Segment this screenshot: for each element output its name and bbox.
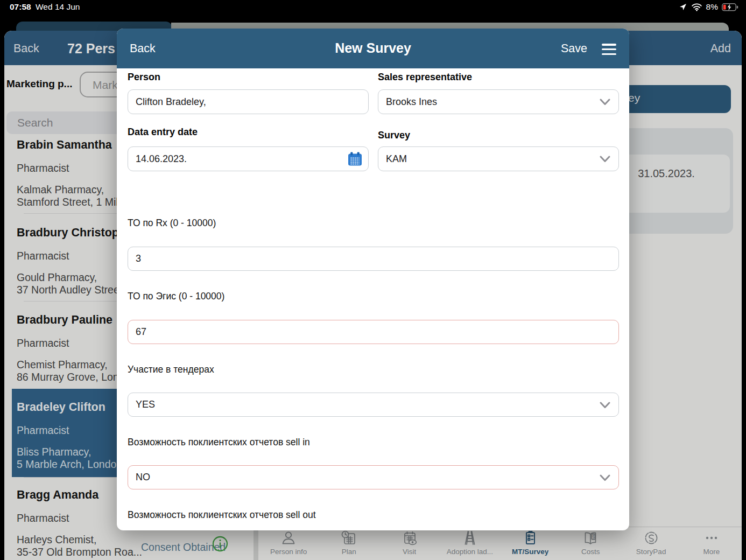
tab-plan[interactable]: Plan bbox=[319, 527, 379, 560]
sales-rep-field-label: Sales representative bbox=[378, 72, 472, 83]
modal-title: New Survey bbox=[117, 40, 629, 56]
person-role: Pharmacist bbox=[17, 512, 69, 524]
background-add-button[interactable]: Add bbox=[710, 42, 731, 55]
tenders-label: Участие в тендерах bbox=[128, 364, 214, 375]
person-role: Pharmacist bbox=[17, 162, 69, 174]
person-org: Kalmak Pharmacy,Stamford Street, 1 Mil bbox=[17, 184, 118, 208]
person-role: Pharmacist bbox=[17, 337, 69, 349]
calendar-eye-icon bbox=[401, 529, 418, 547]
svg-text:$: $ bbox=[592, 534, 595, 540]
battery-percent: 8% bbox=[706, 2, 718, 12]
calendar-clock-icon bbox=[340, 529, 357, 547]
info-icon[interactable] bbox=[212, 535, 229, 552]
person-org: Gould Pharmacy,37 North Audley Stree bbox=[17, 271, 119, 296]
tab-label: Person info bbox=[270, 548, 307, 556]
screen: Back 72 Pers Add Marketing p... Marke Br… bbox=[0, 0, 746, 560]
new-survey-background-button-label: ey bbox=[628, 92, 640, 104]
hamburger-icon[interactable] bbox=[602, 44, 616, 55]
tab-costs[interactable]: $ Costs bbox=[560, 527, 621, 560]
tab-mt-survey[interactable]: MT/Survey bbox=[500, 527, 560, 560]
person-role: Pharmacist bbox=[17, 250, 69, 262]
tab-storypad[interactable]: StoryPad bbox=[621, 527, 681, 560]
survey-clipboard-icon bbox=[522, 529, 539, 547]
status-time: 07:58 bbox=[10, 2, 31, 12]
tab-bar: Person info Plan Visit bbox=[258, 527, 742, 560]
modal-save-button[interactable]: Save bbox=[561, 42, 587, 55]
chevron-down-icon bbox=[598, 398, 612, 412]
new-survey-modal: Back New Survey Save Person Sales repres… bbox=[117, 29, 629, 530]
tab-person-info[interactable]: Person info bbox=[258, 527, 319, 560]
person-icon bbox=[280, 529, 297, 547]
tab-visit[interactable]: Visit bbox=[379, 527, 440, 560]
sales-rep-dropdown[interactable]: Brooks Ines bbox=[378, 89, 619, 114]
survey-dropdown[interactable]: KAM bbox=[378, 146, 619, 171]
modal-header: Back New Survey Save bbox=[117, 29, 629, 68]
date-field-label: Data entry date bbox=[128, 127, 198, 138]
calendar-icon[interactable] bbox=[348, 152, 362, 166]
tenders-value: YES bbox=[136, 399, 155, 410]
survey-value: KAM bbox=[386, 153, 407, 165]
person-org: Chemist Pharmacy,86 Murray Grove, Lon bbox=[17, 359, 119, 383]
tab-label: Visit bbox=[403, 548, 416, 556]
tenders-dropdown[interactable]: YES bbox=[128, 393, 619, 417]
tab-label: Adoption lad... bbox=[447, 548, 493, 556]
wifi-icon bbox=[691, 3, 702, 11]
background-page-title: 72 Pers bbox=[67, 41, 115, 57]
location-icon bbox=[679, 3, 687, 11]
chevron-down-icon bbox=[598, 152, 612, 166]
consent-row: Consent Obtained bbox=[141, 528, 254, 560]
to-rx-label: ТО по Rx (0 - 10000) bbox=[128, 218, 216, 229]
survey-history-date: 31.05.2023. bbox=[638, 167, 695, 179]
sell-out-label: Возможность поклиентских отчетов sell ou… bbox=[128, 509, 316, 521]
sell-in-value: NO bbox=[136, 472, 150, 483]
sell-in-dropdown[interactable]: NO bbox=[128, 465, 619, 489]
tab-label: Costs bbox=[581, 548, 600, 556]
filter-label: Marketing p... bbox=[6, 78, 72, 90]
person-field-label: Person bbox=[128, 72, 160, 83]
person-org: Bliss Pharmacy,5 Marble Arch, Londo bbox=[17, 446, 116, 471]
date-value: 14.06.2023. bbox=[136, 153, 187, 165]
status-bar: 07:58 Wed 14 Jun 8% bbox=[0, 0, 746, 15]
person-input[interactable] bbox=[128, 89, 369, 114]
tab-adoption-ladder[interactable]: Adoption lad... bbox=[440, 527, 500, 560]
sell-in-label: Возможность поклиентских отчетов sell in bbox=[128, 437, 310, 448]
to-egis-input[interactable] bbox=[128, 320, 619, 344]
more-dots-icon bbox=[703, 529, 720, 547]
storypad-icon bbox=[643, 529, 660, 547]
sales-rep-value: Brooks Ines bbox=[386, 96, 437, 108]
ladder-icon bbox=[461, 529, 478, 547]
person-role: Pharmacist bbox=[17, 424, 69, 437]
tab-label: StoryPad bbox=[636, 548, 666, 556]
survey-field-label: Survey bbox=[378, 130, 410, 141]
date-input[interactable]: 14.06.2023. bbox=[128, 146, 369, 171]
costs-book-icon: $ bbox=[582, 529, 599, 547]
tab-label: More bbox=[703, 548, 720, 556]
person-org: Harleys Chemist,35-37 Old Brompton Roa..… bbox=[17, 534, 142, 558]
chevron-down-icon bbox=[598, 95, 612, 109]
to-rx-input[interactable] bbox=[128, 247, 619, 271]
to-egis-label: ТО по Эгис (0 - 10000) bbox=[128, 291, 224, 302]
battery-charging-icon bbox=[722, 3, 738, 11]
status-date: Wed 14 Jun bbox=[36, 2, 80, 12]
background-back-button[interactable]: Back bbox=[13, 42, 39, 55]
chevron-down-icon bbox=[598, 471, 612, 485]
tab-label: MT/Survey bbox=[512, 548, 548, 556]
tab-label: Plan bbox=[342, 548, 356, 556]
tab-more[interactable]: More bbox=[681, 527, 742, 560]
